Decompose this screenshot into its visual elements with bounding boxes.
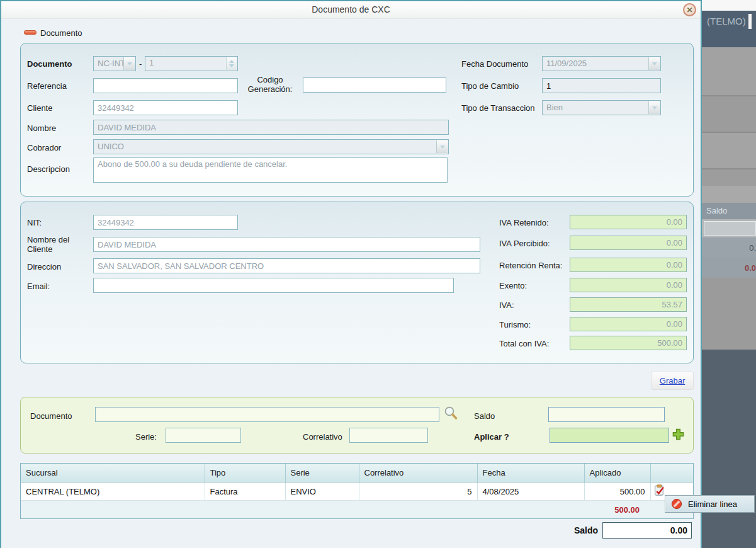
chevron-down-icon	[648, 57, 660, 70]
fecha-documento-label: Fecha Documento	[461, 59, 528, 69]
background-band	[702, 96, 756, 132]
tipo-cambio-input[interactable]	[542, 78, 661, 93]
documento-tipo-select[interactable]: NC-INT	[93, 56, 136, 71]
background-grid-total-row: 0.0	[702, 258, 756, 278]
cell-tipo: Factura	[205, 482, 285, 501]
background-titlebar	[702, 0, 756, 11]
background-filter-cell	[704, 221, 756, 236]
grabar-link[interactable]: Grabar	[660, 376, 685, 385]
retencion-renta-label: Retención Renta:	[499, 261, 562, 270]
iva-input[interactable]	[570, 297, 687, 312]
background-header-text: (TELMO)	[707, 16, 746, 26]
search-document-button[interactable]	[443, 406, 459, 422]
search-icon	[443, 406, 458, 421]
dialog-title: Documento de CXC	[312, 4, 390, 14]
exento-input[interactable]	[570, 278, 687, 292]
tipo-transaccion-value: Bien	[546, 103, 563, 112]
fecha-documento-select[interactable]: 11/09/2025	[542, 56, 661, 71]
background-saldo-column-header: Saldo	[702, 203, 756, 219]
codigo-generacion-label: Codigo Generación:	[246, 75, 294, 94]
direccion-label: Direccion	[27, 262, 61, 271]
document-panel: Documento NC-INT - 1 Referencia Codigo G…	[20, 43, 694, 197]
apply-documento-input[interactable]	[95, 407, 439, 422]
table-row[interactable]: CENTRAL (TELMO) Factura ENVIO 5 4/08/202…	[21, 482, 693, 501]
documento-cxc-dialog: Documento de CXC ✕ Documento Documento N…	[0, 0, 702, 548]
chevron-down-icon	[648, 101, 660, 114]
iva-percibido-label: IVA Percibido:	[499, 239, 550, 248]
column-header-tipo: Tipo	[205, 464, 285, 482]
dialog-titlebar: Documento de CXC	[1, 1, 701, 19]
column-header-correlativo: Correlativo	[359, 464, 477, 482]
close-button[interactable]: ✕	[683, 3, 696, 16]
cobrador-label: Cobrador	[27, 143, 61, 152]
nombre-cliente-label: Nombre del Cliente	[27, 235, 84, 254]
descripcion-textarea[interactable]: Abono de 500.00 a su deuda pendiente de …	[93, 157, 448, 183]
documento-label: Documento	[27, 59, 72, 69]
background-band	[702, 350, 756, 548]
background-row-value: 0.	[749, 243, 756, 253]
turismo-input[interactable]	[570, 317, 687, 331]
documento-numero-value: 1	[149, 58, 154, 67]
eliminar-linea-label: Eliminar linea	[688, 499, 737, 509]
chevron-down-icon	[436, 140, 448, 153]
background-header: (TELMO)	[702, 11, 756, 47]
spinner-buttons[interactable]	[226, 57, 237, 70]
aplicar-input[interactable]	[550, 428, 669, 443]
apply-panel: Documento Saldo Serie: Correlativo Aplic…	[20, 397, 694, 454]
nombre-input[interactable]	[93, 120, 449, 135]
retencion-renta-input[interactable]	[570, 258, 687, 272]
correlativo-label: Correlativo	[303, 432, 342, 442]
documento-separator: -	[139, 59, 142, 69]
tipo-transaccion-label: Tipo de Transaccion	[461, 103, 535, 113]
nombre-label: Nombre	[27, 123, 56, 133]
iva-retenido-input[interactable]	[570, 215, 687, 229]
direccion-input[interactable]	[93, 258, 480, 273]
referencia-input[interactable]	[93, 78, 238, 93]
column-header-actions	[650, 464, 693, 482]
apply-saldo-input[interactable]	[548, 407, 665, 422]
collapse-section-icon[interactable]	[24, 30, 37, 35]
close-icon: ✕	[686, 6, 692, 14]
edit-line-button[interactable]	[653, 484, 666, 497]
cell-aplicado: 500.00	[584, 482, 650, 501]
add-line-button[interactable]	[671, 428, 685, 442]
serie-input[interactable]	[166, 428, 241, 443]
column-header-sucursal: Sucursal	[21, 464, 205, 482]
grabar-button[interactable]: Grabar	[651, 372, 694, 390]
chevron-down-icon	[123, 57, 135, 70]
no-entry-icon	[671, 498, 682, 510]
cell-serie: ENVIO	[285, 482, 359, 501]
iva-percibido-input[interactable]	[570, 236, 687, 250]
background-grid-row: 0.	[702, 237, 756, 258]
referencia-label: Referencia	[27, 81, 67, 91]
nombre-cliente-input[interactable]	[93, 237, 480, 252]
background-band	[702, 278, 756, 350]
codigo-generacion-input[interactable]	[303, 77, 446, 93]
background-band	[702, 186, 756, 203]
column-header-serie: Serie	[285, 464, 359, 482]
documento-numero-spinner[interactable]: 1	[145, 56, 238, 71]
descripcion-label: Descripcion	[27, 164, 70, 174]
nit-input[interactable]	[93, 215, 238, 230]
tipo-transaccion-select[interactable]: Bien	[542, 100, 661, 115]
cliente-input[interactable]	[93, 100, 238, 115]
column-header-fecha: Fecha	[477, 464, 584, 482]
spinner-down-icon	[229, 64, 234, 70]
correlativo-input[interactable]	[349, 428, 428, 443]
cobrador-select[interactable]: UNICO	[93, 139, 449, 154]
background-band	[702, 169, 756, 186]
applied-documents-table: Sucursal Tipo Serie Correlativo Fecha Ap…	[20, 463, 694, 519]
footer-saldo-input[interactable]	[602, 522, 692, 539]
footer-saldo-label: Saldo	[555, 525, 598, 535]
cliente-label: Cliente	[27, 103, 52, 113]
email-input[interactable]	[93, 278, 454, 293]
background-saldo-header-text: Saldo	[706, 206, 727, 215]
tipo-cambio-label: Tipo de Cambio	[461, 81, 519, 91]
aplicar-label: Aplicar ?	[474, 432, 509, 442]
spinner-up-icon	[229, 57, 234, 63]
table-total-row: 500.00	[21, 500, 693, 518]
background-header-divider	[748, 14, 752, 29]
total-aplicado-value: 500.00	[614, 505, 640, 515]
total-con-iva-input[interactable]	[570, 336, 687, 350]
apply-documento-label: Documento	[30, 411, 72, 421]
